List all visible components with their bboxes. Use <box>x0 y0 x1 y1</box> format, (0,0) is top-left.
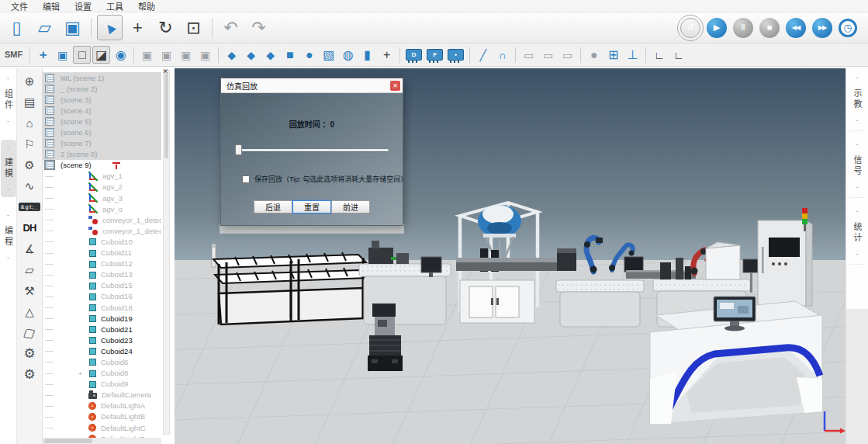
overlap-rects-icon[interactable]: ▣ <box>54 46 71 64</box>
assembly-gears-icon[interactable]: ⚙ <box>19 156 40 173</box>
tree-item[interactable]: Cuboid19 <box>43 313 161 324</box>
forward-button[interactable]: 前进 <box>331 200 370 213</box>
redo-button[interactable]: ↷ <box>246 15 271 40</box>
left-sidebar-tab[interactable]: - 建模 - <box>1 140 16 197</box>
hierarchy-icon[interactable]: ⊥ <box>624 46 641 64</box>
zoom-search-icon[interactable]: ⊕ <box>19 72 40 89</box>
menu-item[interactable]: 帮助 <box>138 0 155 12</box>
move-tool-button[interactable]: + <box>125 15 150 40</box>
tree-item[interactable]: _ (scene 2) <box>43 83 161 94</box>
chart-signal-icon[interactable]: ∟ <box>669 46 687 64</box>
tree-item[interactable]: DefaultLightB <box>43 411 161 422</box>
tree-item[interactable]: agv_2 <box>43 182 161 193</box>
tree-horizontal-scrollbar[interactable] <box>43 438 161 444</box>
cube-split-icon[interactable]: ▣ <box>196 46 214 64</box>
joint-tool-icon-1[interactable]: ◆ <box>223 46 240 64</box>
panel-close-button[interactable]: ✕ <box>162 68 168 75</box>
surface-plane-icon[interactable]: ▱ <box>19 261 40 278</box>
undo-button[interactable]: ↶ <box>218 15 244 40</box>
tree-item[interactable]: (scene 4) <box>43 105 161 116</box>
cube-merge-icon[interactable]: ▣ <box>177 46 195 64</box>
chip-d-icon[interactable]: D <box>406 49 422 61</box>
dialog-titlebar[interactable]: 仿真回放 ✕ <box>221 78 403 93</box>
tree-item[interactable]: Cuboid16 <box>43 291 161 302</box>
cube-add-icon[interactable]: ▣ <box>138 46 156 64</box>
console-window-icon[interactable]: ▭ <box>520 46 538 64</box>
scrollbar-thumb[interactable] <box>44 439 92 443</box>
shell-window-icon[interactable]: ▭ <box>539 46 557 64</box>
cube-clone-icon[interactable]: ▣ <box>157 46 175 64</box>
left-sidebar-tab[interactable]: - 组件 - <box>1 71 16 129</box>
script-editor-icon[interactable]: &gt;_ <box>19 198 40 215</box>
control-cabinet[interactable] <box>758 208 812 306</box>
save-playback-checkbox[interactable] <box>242 175 250 183</box>
inspection-machine[interactable] <box>650 297 822 424</box>
layers-icon[interactable]: ⊞ <box>604 46 622 64</box>
open-file-button[interactable]: ▱ <box>32 15 57 40</box>
transform-gizmo-icon[interactable]: + <box>34 46 52 64</box>
tree-item[interactable]: Cuboid6 <box>43 356 161 367</box>
tree-item[interactable]: Cuboid23 <box>43 335 161 345</box>
menu-item[interactable]: 设置 <box>74 0 92 12</box>
tree-item[interactable]: (scene 6) <box>43 127 161 137</box>
menu-item[interactable]: 工具 <box>106 0 123 12</box>
tree-item[interactable]: 2 (scene 8) <box>43 149 161 160</box>
pause-button[interactable]: Ⅱ <box>733 18 753 38</box>
tree-item[interactable]: DefaultCamera <box>43 390 161 401</box>
right-sidebar-tab[interactable]: - 统计 - <box>849 204 865 265</box>
menu-item[interactable]: 文件 <box>11 0 28 12</box>
record-icon[interactable]: ● <box>585 46 603 64</box>
chip-f-icon[interactable]: F <box>427 49 443 61</box>
rotate-tool-button[interactable]: ↻ <box>153 15 178 40</box>
save-button[interactable]: ▣ <box>60 15 85 40</box>
frame-select-button[interactable]: ⊡ <box>181 15 206 40</box>
circle-primitive-icon[interactable]: ● <box>300 46 318 64</box>
tree-item[interactable]: Cuboid11 <box>43 248 161 258</box>
script-window-icon[interactable]: ▭ <box>558 46 576 64</box>
right-sidebar-tab[interactable]: - 示教 - <box>849 71 865 131</box>
stop-button[interactable]: ■ <box>759 18 780 38</box>
play-button[interactable]: ▶ <box>707 18 727 38</box>
tree-item[interactable]: (scene 7) <box>43 138 161 149</box>
tree-item[interactable]: (scene 9) <box>43 160 161 171</box>
tree-item[interactable]: Cuboid13 <box>43 269 161 280</box>
link-rod-icon[interactable]: ╱ <box>474 46 492 64</box>
robot-teach-icon[interactable]: ⚒ <box>19 282 40 299</box>
camera-tripod-icon[interactable]: △ <box>19 303 40 320</box>
grab-tool-icon[interactable]: ⚐ <box>19 135 40 152</box>
fast-forward-button[interactable]: ▶▶ <box>812 18 832 38</box>
right-sidebar-tab[interactable]: - 信号 - <box>849 137 865 198</box>
gear-settings2-icon[interactable]: ⚙ <box>19 366 40 383</box>
square-primitive-icon[interactable]: ■ <box>281 46 299 64</box>
back-button[interactable]: 后退 <box>254 200 292 213</box>
tree-item[interactable]: conveyor_1_detect_sensor_2 <box>43 214 161 225</box>
model-library-icon[interactable]: ⌂ <box>19 114 40 131</box>
reset-button[interactable]: 重置 <box>292 200 331 213</box>
belt-loop-icon[interactable]: ▢ <box>19 324 40 341</box>
tree-item[interactable]: agv_1 <box>43 171 161 182</box>
slider-handle[interactable] <box>235 144 242 155</box>
tree-item[interactable]: Cuboid12 <box>43 258 161 269</box>
tree-item[interactable]: Cuboid9 <box>43 379 161 390</box>
joint-tool-icon-3[interactable]: ◆ <box>261 46 279 64</box>
tree-item[interactable]: agv_3 <box>43 193 161 203</box>
cylinder-primitive-icon[interactable]: ▮ <box>358 46 376 64</box>
tree-item[interactable]: Cuboid8 <box>43 368 161 379</box>
path-curve-icon[interactable]: ∿ <box>19 177 40 194</box>
signal-post[interactable] <box>212 244 216 267</box>
dialog-close-button[interactable]: ✕ <box>390 81 400 91</box>
tree-item[interactable]: Cuboid21 <box>43 324 161 335</box>
chip-generic-icon[interactable]: ▪ <box>448 49 464 61</box>
left-sidebar-tab[interactable]: - 编程 - <box>1 208 16 265</box>
joint-tool-icon-2[interactable]: ◆ <box>242 46 260 64</box>
select-tool-button[interactable]: ▲ <box>97 15 123 40</box>
cube-primitive-icon[interactable]: ▧ <box>320 46 337 64</box>
sphere-primitive-icon[interactable]: ◍ <box>339 46 357 64</box>
dh-parameters-icon[interactable]: DH <box>19 219 40 236</box>
tree-item[interactable]: (scene 3) <box>43 94 161 105</box>
tree-item[interactable]: Cuboid24 <box>43 345 161 356</box>
rewind-button[interactable]: ◀◀ <box>786 18 806 38</box>
menu-item[interactable]: 编辑 <box>43 0 60 12</box>
wireframe-view-icon[interactable]: □ <box>73 46 91 64</box>
shaded-view-icon[interactable]: ◪ <box>92 46 110 64</box>
